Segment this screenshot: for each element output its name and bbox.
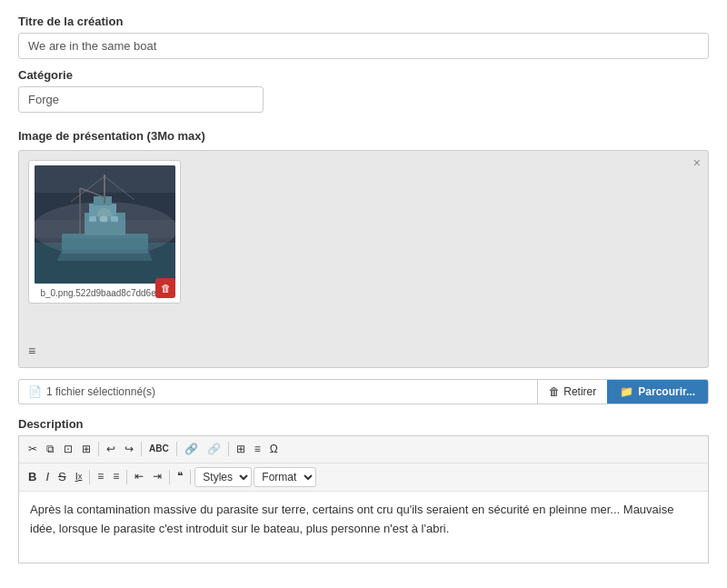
separator-2 [141, 442, 142, 456]
page-container: Titre de la création Catégorie Image de … [0, 0, 727, 588]
styles-select[interactable]: Styles [194, 467, 252, 487]
file-icon: 📄 [28, 385, 42, 398]
outdent-button[interactable]: ⇤ [131, 467, 147, 486]
strike-button[interactable]: S [55, 467, 70, 487]
align-button[interactable]: ≡ [251, 440, 264, 459]
bold-button[interactable]: B [25, 467, 40, 487]
indent-button[interactable]: ⇥ [149, 467, 165, 486]
category-label: Catégorie [18, 68, 709, 82]
separator-8 [190, 470, 191, 484]
file-selector-text: 📄 1 fichier sélectionné(s) [19, 380, 537, 404]
folder-icon: 📁 [620, 385, 633, 398]
svg-rect-18 [35, 165, 175, 193]
paste-button[interactable]: ⊡ [60, 440, 76, 459]
separator-7 [169, 470, 170, 484]
paste-word-button[interactable]: ⊞ [78, 440, 95, 459]
redo-button[interactable]: ↪ [121, 440, 137, 459]
unlink-button[interactable]: 🔗 [204, 440, 224, 459]
close-icon[interactable]: × [693, 156, 701, 169]
separator-6 [126, 470, 127, 484]
toolbar-row-1: ✂ ⧉ ⊡ ⊞ ↩ ↪ ABC 🔗 🔗 ⊞ ≡ Ω [18, 435, 709, 463]
drag-icon: ≡ [28, 344, 35, 358]
image-filename: b_0.png.522d9baad8c7dd6e6... [40, 288, 168, 298]
category-input[interactable] [18, 86, 264, 113]
image-area: × [18, 150, 709, 368]
ul-button[interactable]: ≡ [94, 467, 107, 486]
separator-3 [176, 442, 177, 456]
category-field-row: Catégorie [18, 68, 709, 113]
description-section: Description ✂ ⧉ ⊡ ⊞ ↩ ↪ ABC 🔗 🔗 ⊞ ≡ Ω B … [18, 417, 709, 563]
blockquote-button[interactable]: ❝ [174, 467, 186, 486]
ol-button[interactable]: ≡ [109, 467, 123, 486]
parcourir-button[interactable]: 📁 Parcourir... [607, 380, 708, 404]
description-label: Description [18, 417, 709, 431]
separator-1 [98, 442, 99, 456]
toolbar-row-2: B I S Ix ≡ ≡ ⇤ ⇥ ❝ Styles Format [18, 463, 709, 491]
undo-button[interactable]: ↩ [103, 440, 119, 459]
image-card: b_0.png.522d9baad8c7dd6e6... 🗑 [28, 160, 181, 304]
svg-rect-19 [35, 220, 175, 238]
title-input[interactable] [18, 33, 709, 59]
separator-4 [228, 442, 229, 456]
retirer-button[interactable]: 🗑 Retirer [537, 380, 607, 404]
copy-button[interactable]: ⧉ [43, 440, 58, 459]
table-button[interactable]: ⊞ [233, 440, 249, 459]
cut-button[interactable]: ✂ [25, 440, 41, 459]
omega-button[interactable]: Ω [266, 440, 282, 459]
image-section-title: Image de présentation (3Mo max) [18, 129, 709, 143]
title-field-row: Titre de la création [18, 15, 709, 59]
format-select[interactable]: Format [254, 467, 316, 487]
svg-rect-7 [94, 196, 112, 205]
editor-area[interactable]: Après la contamination massive du parasi… [18, 491, 709, 563]
delete-image-button[interactable]: 🗑 [155, 278, 175, 298]
find-button[interactable]: ABC [145, 441, 173, 457]
trash-icon: 🗑 [549, 385, 560, 398]
ship-image [35, 165, 175, 284]
parcourir-label: Parcourir... [638, 385, 695, 398]
file-selector-bar: 📄 1 fichier sélectionné(s) 🗑 Retirer 📁 P… [18, 379, 709, 404]
italic-button[interactable]: I [42, 467, 53, 487]
title-label: Titre de la création [18, 15, 709, 28]
retirer-label: Retirer [563, 385, 596, 398]
image-preview [35, 165, 175, 284]
separator-5 [89, 470, 90, 484]
link-button[interactable]: 🔗 [181, 440, 202, 459]
svg-rect-17 [62, 250, 148, 254]
subscript-button[interactable]: Ix [72, 468, 86, 485]
file-count-text: 1 fichier sélectionné(s) [46, 385, 155, 398]
